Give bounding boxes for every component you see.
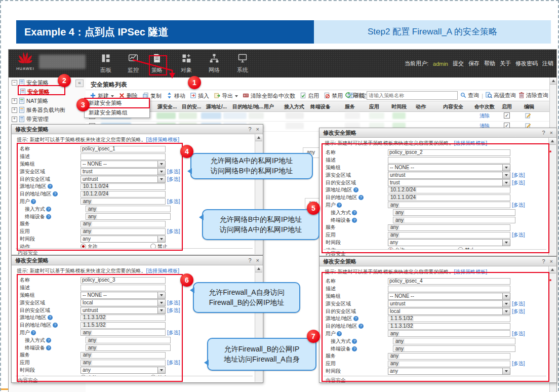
change-password-link[interactable]: 修改密码 [515, 60, 538, 67]
dialog-titlebar[interactable]: 修改安全策略?× [320, 257, 556, 266]
multi-select-link[interactable]: [多选] [167, 307, 180, 314]
chevron-down-icon[interactable] [502, 180, 510, 186]
text-input[interactable]: any [81, 352, 166, 359]
chevron-down-icon[interactable] [157, 367, 165, 373]
help-icon[interactable]: ? [31, 330, 36, 335]
text-input[interactable]: any [393, 345, 515, 352]
chevron-down-icon[interactable] [502, 368, 510, 374]
dropdown-select[interactable]: trust [388, 179, 510, 186]
expand-node-icon[interactable]: + [12, 98, 17, 104]
dropdown-select[interactable]: any [388, 368, 510, 375]
multi-select-link[interactable]: [多选] [512, 330, 525, 337]
help-icon[interactable]: ? [48, 184, 53, 189]
chevron-down-icon[interactable] [157, 307, 165, 313]
move-button[interactable]: 移动 [166, 92, 185, 100]
dialog-help-icon[interactable]: ? [542, 130, 545, 136]
help-icon[interactable]: ? [46, 214, 51, 219]
text-input[interactable]: 1.1.3.1/32 [81, 315, 166, 321]
menu-item-new-security-policy[interactable]: 新建安全策略 [85, 98, 149, 108]
text-input[interactable]: 1.1.5.1/32 [388, 316, 510, 322]
multi-select-link[interactable]: [多选] [167, 329, 180, 336]
scroll-up-icon[interactable] [549, 266, 556, 273]
text-input[interactable]: policy_ipsec_4 [388, 278, 510, 285]
enable-button[interactable]: 启用 [300, 92, 319, 100]
dropdown-select[interactable]: untrust [388, 300, 510, 307]
help-icon[interactable]: ? [48, 315, 53, 320]
text-input[interactable]: any [81, 329, 166, 336]
text-input[interactable]: 10.1.2.0/24 [81, 191, 166, 198]
dialog-close-icon[interactable]: × [256, 126, 259, 132]
policy-name-search-input[interactable] [367, 91, 458, 100]
menu-item-new-security-policy-group[interactable]: 新建安全策略组 [85, 108, 149, 117]
text-input[interactable]: 10.1.2.0/24 [388, 187, 510, 193]
dropdown-select[interactable]: untrust [388, 172, 510, 179]
text-input[interactable]: any [81, 228, 166, 235]
multi-select-link[interactable]: [多选] [512, 179, 525, 186]
dropdown-select[interactable]: -- NONE -- [388, 164, 510, 171]
help-icon[interactable]: ? [353, 187, 358, 192]
dropdown-select[interactable]: -- NONE -- [81, 161, 166, 168]
text-input[interactable]: policy_ipsec_3 [81, 277, 166, 284]
text-input[interactable]: 10.1.1.0/24 [388, 194, 510, 201]
sidebar-item-security-policy[interactable]: −安全策略 [12, 79, 86, 87]
collapse-node-icon[interactable]: − [12, 80, 17, 86]
multi-select-link[interactable]: [多选] [512, 360, 525, 367]
text-input[interactable]: 1.1.5.1/32 [81, 322, 166, 329]
scroll-up-icon[interactable] [549, 138, 556, 145]
expand-node-icon[interactable]: + [12, 116, 17, 122]
chevron-down-icon[interactable] [502, 308, 510, 315]
text-input[interactable]: any [81, 221, 166, 227]
dialog-close-icon[interactable]: × [550, 258, 553, 264]
clear-hits-link[interactable]: 清除 [480, 113, 490, 119]
dialog-help-icon[interactable]: ? [248, 257, 251, 263]
chevron-down-icon[interactable] [157, 236, 165, 242]
dialog-titlebar[interactable]: 修改安全策略?× [12, 256, 263, 265]
help-icon[interactable]: ? [337, 203, 342, 208]
text-input[interactable] [388, 286, 510, 292]
sidebar-item-服务器负载均衡[interactable]: +服务器负载均衡 [12, 106, 86, 114]
text-input[interactable]: any [86, 337, 171, 343]
about-link[interactable]: 关于 [500, 60, 511, 67]
chevron-down-icon[interactable] [157, 176, 165, 182]
help-icon[interactable]: ? [358, 324, 364, 329]
text-input[interactable]: any [86, 213, 171, 220]
scroll-up-icon[interactable] [255, 265, 262, 272]
scroll-up-icon[interactable] [255, 134, 262, 141]
sidebar-item-NAT策略[interactable]: +NAT策略 [12, 97, 86, 105]
text-input[interactable]: any [81, 360, 166, 366]
text-input[interactable]: 1.1.3.1/32 [388, 323, 510, 330]
clear-hit-count-button[interactable]: 清除全部命中次数 [243, 92, 295, 100]
chevron-down-icon[interactable] [502, 172, 510, 178]
text-input[interactable]: any [388, 361, 510, 367]
disable-button[interactable]: 禁用 [324, 92, 343, 100]
insert-button[interactable]: 插入 [190, 92, 209, 100]
collapse-sidebar-button[interactable]: « [75, 80, 84, 87]
text-input[interactable]: any [388, 224, 510, 231]
text-input[interactable]: policy_ipsce_2 [388, 149, 510, 156]
multi-select-link[interactable]: [多选] [167, 228, 180, 235]
text-input[interactable]: any [86, 344, 171, 351]
text-input[interactable]: any [388, 202, 510, 208]
chevron-down-icon[interactable] [502, 293, 510, 299]
query-button[interactable]: 查询 [460, 92, 479, 99]
clear-query-button[interactable]: 清除查询 [518, 92, 548, 99]
text-input[interactable] [81, 285, 166, 291]
text-input[interactable]: any [388, 353, 510, 360]
dialog-titlebar[interactable]: 修改安全策略?× [320, 128, 556, 138]
text-input[interactable]: any [81, 198, 166, 205]
dropdown-select[interactable]: trust [81, 168, 166, 175]
dialog-help-icon[interactable]: ? [542, 258, 545, 264]
multi-select-link[interactable]: [多选] [167, 299, 180, 306]
text-input[interactable]: 10.1.1.0/24 [81, 183, 166, 190]
tab-dashboard[interactable]: 面板 [92, 53, 120, 74]
select-policy-template-link[interactable]: [选择策略模板] [146, 268, 180, 273]
enabled-checkbox[interactable]: ✓ [504, 112, 510, 119]
help-icon[interactable]: ? [353, 316, 358, 321]
dialog-close-icon[interactable]: × [550, 130, 553, 136]
logout-link[interactable]: 注销 [542, 60, 553, 67]
multi-select-link[interactable]: [多选] [512, 231, 525, 239]
text-input[interactable]: any [393, 338, 515, 344]
text-input[interactable]: any [393, 209, 515, 216]
tab-object[interactable]: 对象 [172, 53, 201, 74]
chevron-down-icon[interactable] [157, 300, 165, 306]
